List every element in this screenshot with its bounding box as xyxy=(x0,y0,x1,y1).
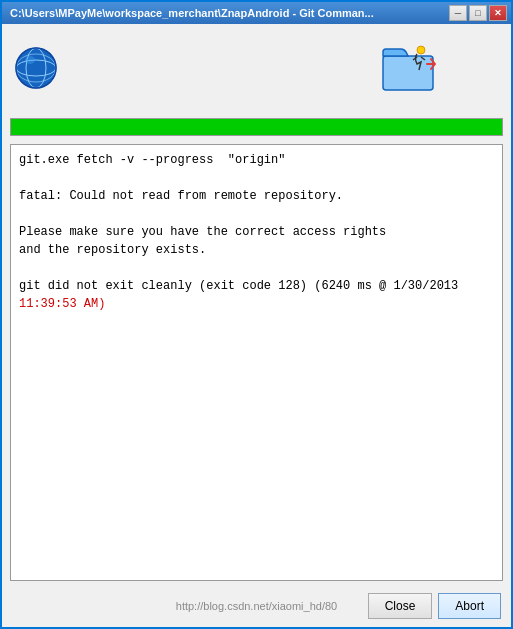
minimize-button[interactable]: ─ xyxy=(449,5,467,21)
main-window: C:\Users\MPayMe\workspace_merchant\ZnapA… xyxy=(0,0,513,629)
button-group: Close Abort xyxy=(368,593,501,619)
console-line xyxy=(19,169,494,187)
svg-point-5 xyxy=(25,56,35,64)
console-line xyxy=(19,205,494,223)
progress-bar-fill xyxy=(11,119,502,135)
console-line: Please make sure you have the correct ac… xyxy=(19,223,494,241)
console-line xyxy=(19,259,494,277)
svg-rect-6 xyxy=(383,56,433,90)
maximize-button[interactable]: □ xyxy=(469,5,487,21)
window-title: C:\Users\MPayMe\workspace_merchant\ZnapA… xyxy=(6,7,449,19)
abort-button[interactable]: Abort xyxy=(438,593,501,619)
window-controls: ─ □ ✕ xyxy=(449,5,507,21)
title-bar: C:\Users\MPayMe\workspace_merchant\ZnapA… xyxy=(2,2,511,24)
folder-arrow-icon xyxy=(381,42,441,97)
svg-point-7 xyxy=(417,46,425,54)
console-line: 11:39:53 AM) xyxy=(19,295,494,313)
console-output: git.exe fetch -v --progress "origin" fat… xyxy=(10,144,503,581)
console-line: fatal: Could not read from remote reposi… xyxy=(19,187,494,205)
close-window-button[interactable]: ✕ xyxy=(489,5,507,21)
progress-bar-container xyxy=(10,118,503,136)
console-line: and the repository exists. xyxy=(19,241,494,259)
footer-url: http://blog.csdn.net/xiaomi_hd/80 xyxy=(176,600,337,612)
console-line: git.exe fetch -v --progress "origin" xyxy=(19,151,494,169)
bottom-area: http://blog.csdn.net/xiaomi_hd/80 Close … xyxy=(2,585,511,627)
close-button[interactable]: Close xyxy=(368,593,433,619)
globe-icon xyxy=(12,44,62,94)
console-line: git did not exit cleanly (exit code 128)… xyxy=(19,277,494,295)
icon-area xyxy=(2,24,511,114)
